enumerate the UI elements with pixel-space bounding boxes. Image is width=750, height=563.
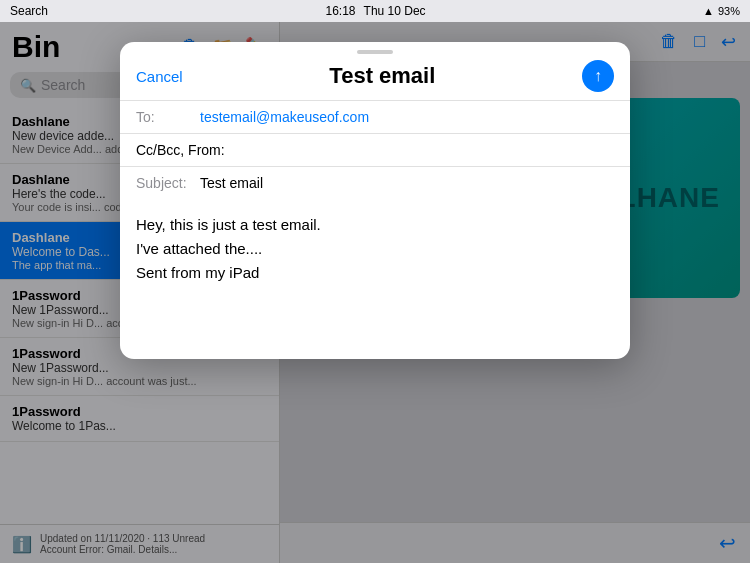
battery-indicator: 93% [718, 5, 740, 17]
status-search: Search [10, 4, 48, 18]
send-button[interactable]: ↑ [582, 60, 614, 92]
cancel-button[interactable]: Cancel [136, 68, 183, 85]
compose-title: Test email [329, 63, 435, 89]
body-line: Sent from my iPad [136, 261, 614, 285]
to-label: To: [136, 109, 196, 125]
compose-modal-overlay: Cancel Test email ↑ To: testemail@makeus… [0, 22, 750, 563]
subject-field[interactable]: Subject: Test email [120, 166, 630, 199]
to-field[interactable]: To: testemail@makeuseof.com [120, 100, 630, 133]
ccbcc-field[interactable]: Cc/Bcc, From: [120, 133, 630, 166]
send-arrow-icon: ↑ [594, 68, 602, 84]
status-bar: Search 16:18 Thu 10 Dec ▲ 93% [0, 0, 750, 22]
status-date: Thu 10 Dec [364, 4, 426, 18]
compose-modal: Cancel Test email ↑ To: testemail@makeus… [120, 42, 630, 359]
status-center: 16:18 Thu 10 Dec [326, 4, 426, 18]
drag-handle [120, 42, 630, 58]
compose-body[interactable]: Hey, this is just a test email.I've atta… [120, 199, 630, 359]
status-right: ▲ 93% [703, 5, 740, 17]
drag-bar [357, 50, 393, 54]
to-value: testemail@makeuseof.com [200, 109, 369, 125]
subject-label: Subject: [136, 175, 196, 191]
modal-header: Cancel Test email ↑ [120, 58, 630, 100]
subject-value: Test email [200, 175, 263, 191]
ccbcc-label: Cc/Bcc, From: [136, 142, 225, 158]
body-line: I've attached the.... [136, 237, 614, 261]
status-left: Search [10, 4, 48, 18]
body-line: Hey, this is just a test email. [136, 213, 614, 237]
status-time: 16:18 [326, 4, 356, 18]
wifi-icon: ▲ [703, 5, 714, 17]
